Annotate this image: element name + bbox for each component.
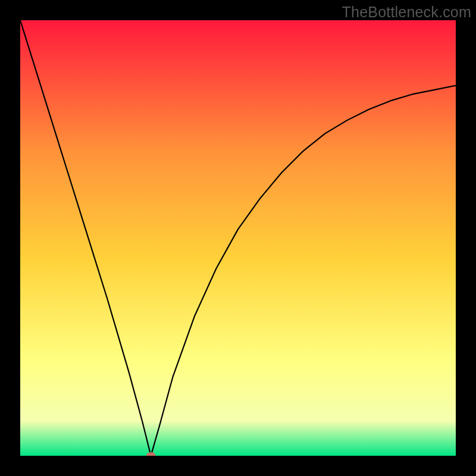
plot-area xyxy=(20,20,456,456)
watermark-text: TheBottleneck.com xyxy=(342,4,471,21)
chart-frame: TheBottleneck.com xyxy=(0,0,476,476)
chart-svg xyxy=(20,20,456,456)
plot-background xyxy=(20,20,456,456)
